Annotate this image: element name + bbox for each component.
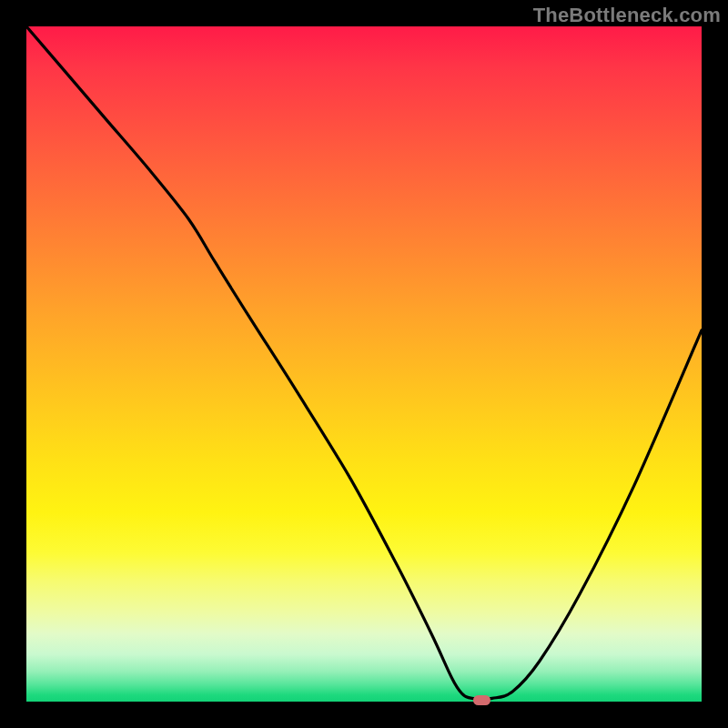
curve-layer	[26, 26, 702, 702]
watermark-text: TheBottleneck.com	[533, 4, 721, 27]
chart-frame: TheBottleneck.com	[0, 0, 728, 728]
optimum-marker	[473, 695, 490, 704]
bottleneck-curve	[26, 26, 702, 699]
plot-area	[26, 26, 702, 702]
